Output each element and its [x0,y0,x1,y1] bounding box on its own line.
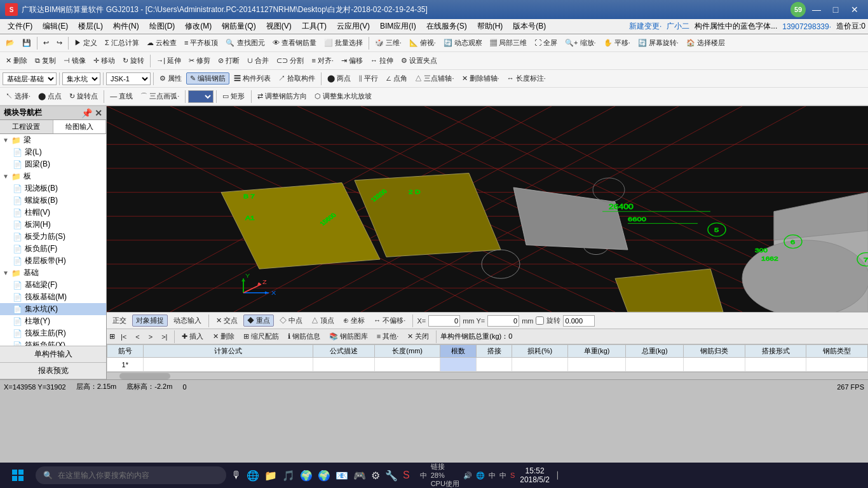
tree-item-foundation-group[interactable]: ▼ 📁 基础 [0,267,106,279]
tab-draw-input[interactable]: 绘图输入 [53,120,107,133]
snap-coord-btn[interactable]: ⊕ 坐标 [340,315,368,326]
tree-item-raft-main-rebar[interactable]: 📄 筏板主筋(R) [0,327,106,339]
expand-slab-icon[interactable]: ▼ [3,173,9,180]
tree-item-pit[interactable]: 📄 集水坑(K) [0,303,106,315]
point-btn[interactable]: ⬤ 点点 [35,91,65,102]
taskbar-app-game[interactable]: 🎮 [353,470,366,482]
menu-draw[interactable]: 绘图(D) [144,20,180,33]
minimize-button[interactable]: — [808,3,825,16]
snap-dynamic-btn[interactable]: 动态输入 [170,315,205,326]
tool-move[interactable]: ✛ 移动 [90,55,118,66]
del-aux-btn[interactable]: ✕ 删除辅轴· [459,73,503,84]
snap-intersection-btn[interactable]: ✕ 交点 [213,315,241,326]
tool-extend[interactable]: →| 延伸 [153,55,184,66]
adjust-pit-slope-btn[interactable]: ⬡ 调整集水坑放坡 [311,91,375,102]
tool-rotate[interactable]: ↻ 旋转 [119,55,147,66]
phone-link[interactable]: 13907298339· [782,22,831,31]
tree-item-beam-l[interactable]: 📄 梁(L) [0,146,106,158]
toolbar-find-ref[interactable]: 🔍 查找图元 [222,37,268,48]
input-method-icon[interactable]: 中 [499,471,506,480]
arc-btn[interactable]: ⌒ 三点画弧· [137,91,182,102]
nav-next-btn[interactable]: > [146,332,156,341]
tree-item-col-cap[interactable]: 📄 柱帽(V) [0,207,106,219]
menu-bim[interactable]: BIM应用(I) [375,20,421,33]
pick-element-btn[interactable]: ↗ 拾取构件 [275,73,318,84]
show-desktop-btn[interactable]: ▏ [557,471,562,480]
toolbar-cloud-check[interactable]: ☁ 云检查 [144,37,180,48]
toolbar-btn-save[interactable]: 💾 [19,38,34,48]
tool-offset[interactable]: ⇥ 偏移 [338,55,366,66]
search-input[interactable] [58,471,219,480]
toolbar-btn-redo[interactable]: ↪ [53,38,65,48]
volume-icon[interactable]: 🔊 [463,471,472,480]
taskbar-app-mail[interactable]: 📧 [336,470,348,482]
menu-online[interactable]: 在线服务(S) [421,20,472,33]
menu-edit[interactable]: 编辑(E) [37,20,73,33]
rotate-point-btn[interactable]: ↻ 旋转点 [66,91,101,102]
parallel-btn[interactable]: ∥ 平行 [355,73,381,84]
toolbar-fullscreen[interactable]: ⛶ 全屏 [531,37,560,48]
length-mark-btn[interactable]: ↔ 长度标注· [504,73,549,84]
tool-align[interactable]: ≡ 对齐· [308,55,337,66]
taskbar-app-browser2[interactable]: 🌍 [318,470,330,482]
two-point-btn[interactable]: ⬤ 两点 [324,73,354,84]
tree-item-beam-group[interactable]: ▼ 📁 梁 [0,134,106,146]
menu-file[interactable]: 文件(F) [3,20,37,33]
cell-count[interactable] [440,358,477,372]
scroll-thumb[interactable] [119,373,170,379]
menu-floor[interactable]: 楼层(L) [73,20,108,33]
toolbar-pan[interactable]: ✋ 平移· [600,37,634,48]
network-icon[interactable]: 🌐 [476,471,485,480]
taskbar-app-green[interactable]: 🔧 [385,470,398,482]
tool-split[interactable]: ⊂⊃ 分割 [273,55,307,66]
rect-btn[interactable]: ▭ 矩形 [219,91,248,102]
delete-row-btn[interactable]: ✕ 删除 [210,331,238,342]
three-point-aux-btn[interactable]: △ 三点辅轴· [412,73,457,84]
toolbar-btn-open[interactable]: 📂 [3,38,18,48]
lang-cn[interactable]: 中 [489,471,496,480]
adjust-rebar-dir-btn[interactable]: ⇄ 调整钢筋方向 [254,91,310,102]
tool-copy[interactable]: ⧉ 复制 [32,55,59,66]
insert-btn[interactable]: ✚ 插入 [179,331,207,342]
element-list-btn[interactable]: ☰ 构件列表 [231,73,274,84]
formula-input[interactable] [146,361,311,369]
toolbar-view-rebar[interactable]: 👁 查看钢筋量 [269,37,320,48]
tool-delete[interactable]: ✕ 删除 [3,55,31,66]
toolbar-summary[interactable]: Σ 汇总计算 [102,37,142,48]
single-element-input-btn[interactable]: 单构件输入 [0,346,106,363]
horizontal-scrollbar[interactable] [107,372,868,379]
toolbar-zoom-in[interactable]: 🔍+ 缩放· [562,37,599,48]
snap-object-btn[interactable]: 对象捕捉 [132,315,168,327]
taskbar-app-settings[interactable]: ⚙ [371,470,380,482]
snap-no-offset-btn[interactable]: ↔ 不偏移· [370,315,409,326]
id-select[interactable]: JSK-1 [106,72,151,85]
tree-item-slab-group[interactable]: ▼ 📁 板 [0,170,106,182]
nav-first-btn[interactable]: |< [118,332,130,341]
rotate-checkbox[interactable] [536,316,544,325]
panel-nav-pin[interactable]: 📌 [81,108,92,118]
menu-help[interactable]: 帮助(H) [472,20,508,33]
pit-select[interactable]: 集水坑 [62,72,100,85]
select-btn[interactable]: ↖ 选择· [3,91,34,102]
tree-item-raft[interactable]: 📄 筏板基础(M) [0,291,106,303]
scale-rebar-btn[interactable]: ⊞ 缩尺配筋 [240,331,282,342]
toolbar-select-floor[interactable]: 🏠 选择楼层 [683,37,728,48]
toolbar-btn-undo[interactable]: ↩ [40,38,52,48]
y-input[interactable] [487,315,519,327]
toolbar-3d[interactable]: 🎲 三维· [372,37,405,48]
taskbar-app-internet[interactable]: 🌐 [247,470,259,482]
expand-beam-icon[interactable]: ▼ [3,137,9,144]
toolbar-dynamic-view[interactable]: 🔄 动态观察 [440,37,485,48]
expand-foundation-icon[interactable]: ▼ [3,269,9,276]
menu-version[interactable]: 版本号(B) [508,20,551,33]
toolbar-batch-select[interactable]: ⬜ 批量选择 [321,37,366,48]
prop-btn[interactable]: ⚙ 属性 [156,73,185,84]
layer-select[interactable]: 基础层·基础 [3,72,57,85]
menu-view[interactable]: 视图(V) [261,20,297,33]
toolbar-define[interactable]: ▶ 定义 [71,37,100,48]
tool-merge[interactable]: ∪ 合并 [244,55,272,66]
snap-orthogonal-btn[interactable]: 正交 [109,315,130,326]
angle-btn[interactable]: ∠ 点角 [383,73,410,84]
taskbar-cortana-icon[interactable]: 🎙 [231,470,241,481]
toolbar-flatten[interactable]: ≡ 平齐板顶 [181,37,221,48]
